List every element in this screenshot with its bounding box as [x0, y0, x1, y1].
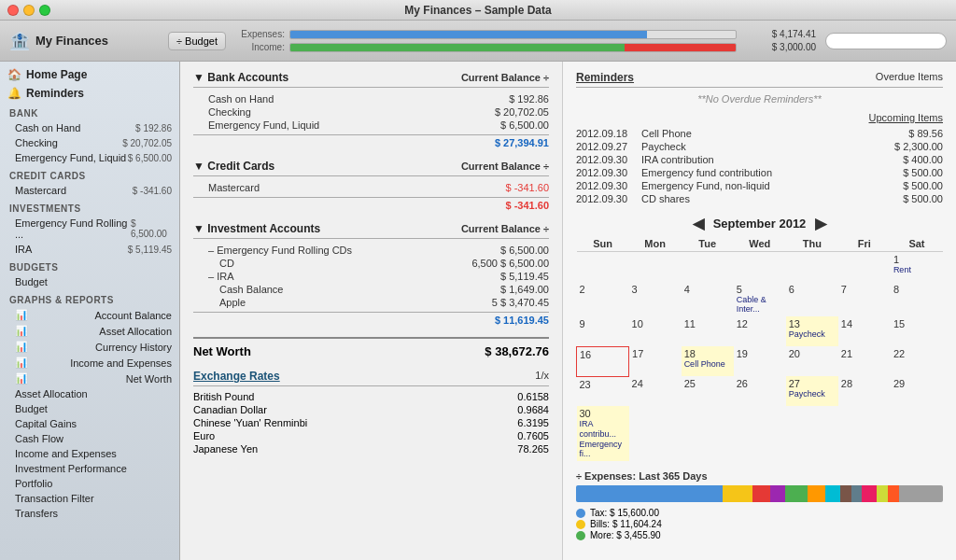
cal-day-num: 29	[893, 378, 905, 389]
credit-row-mastercard[interactable]: Mastercard $ -341.60	[193, 181, 549, 194]
inv-row-3[interactable]: Cash Balance $ 1,649.00	[193, 283, 549, 296]
cal-day-num: 25	[684, 378, 696, 389]
sidebar-item-cash[interactable]: Cash on Hand $ 192.86	[0, 120, 179, 135]
ira-amount: $ 5,119.45	[128, 245, 172, 255]
cal-cell-2-1[interactable]: 10	[629, 316, 682, 346]
bank-row-emergency[interactable]: Emergency Fund, Liquid $ 6,500.00	[193, 119, 549, 132]
left-panel: ▼ Bank Accounts Current Balance ÷ Cash o…	[180, 62, 563, 560]
sidebar-item-portfolio[interactable]: Portfolio	[0, 476, 179, 491]
cal-cell-1-6[interactable]: 8	[891, 282, 943, 317]
sidebar-item-income-exp-report[interactable]: Income and Expenses	[0, 446, 179, 461]
sidebar-item-currency-history[interactable]: 📊 Currency History	[0, 339, 179, 355]
cal-cell-4-0[interactable]: 23	[577, 376, 629, 406]
mc-bal: $ -341.60	[474, 182, 549, 193]
sidebar-item-transfers[interactable]: Transfers	[0, 506, 179, 521]
cal-cell-4-2[interactable]: 25	[682, 376, 734, 406]
bank-row-checking[interactable]: Checking $ 20,702.05	[193, 105, 549, 119]
titlebar: My Finances – Sample Data	[0, 0, 956, 21]
cal-cell-2-0[interactable]: 9	[577, 316, 629, 346]
exchange-row-4[interactable]: Japanese Yen 78.265	[193, 442, 549, 455]
bank-row-cash[interactable]: Cash on Hand $ 192.86	[193, 92, 549, 105]
cal-cell-5-0[interactable]: 30IRA contribu...Emergency fi...	[577, 406, 629, 461]
sidebar-item-home[interactable]: 🏠 Home Page	[0, 65, 179, 84]
cal-cell-0-6[interactable]: 1Rent	[891, 252, 943, 282]
cal-cell-1-3[interactable]: 5Cable & Inter...	[734, 282, 786, 317]
budget-button[interactable]: ÷ Budget	[168, 32, 226, 50]
sidebar-item-asset-alloc[interactable]: 📊 Asset Allocation	[0, 323, 179, 339]
asset-alloc-icon: 📊	[15, 325, 28, 337]
sidebar-item-mastercard[interactable]: Mastercard $ -341.60	[0, 183, 179, 198]
cal-cell-3-4[interactable]: 20	[786, 346, 838, 376]
cal-cell-1-5[interactable]: 7	[838, 282, 891, 317]
sidebar-item-capital-gains[interactable]: Capital Gains	[0, 416, 179, 431]
cal-cell-4-3[interactable]: 26	[734, 376, 786, 406]
sidebar-item-cash-flow[interactable]: Cash Flow	[0, 431, 179, 446]
close-button[interactable]	[7, 5, 19, 16]
cal-cell-2-6[interactable]: 15	[891, 316, 943, 346]
cal-cell-4-5[interactable]: 28	[838, 376, 891, 406]
cal-cell-3-2[interactable]: 18Cell Phone	[682, 346, 734, 376]
sidebar-item-reminders[interactable]: 🔔 Reminders	[0, 84, 179, 103]
budget-bars: Expenses: $ 4,174.41 Income: $ 3,000.00	[233, 29, 816, 52]
cal-cell-1-4[interactable]: 6	[786, 282, 838, 317]
cal-cell-1-1[interactable]: 3	[629, 282, 682, 317]
sidebar-item-transaction-filter[interactable]: Transaction Filter	[0, 491, 179, 506]
cal-cell-5-1	[629, 406, 682, 461]
cash-flow-label: Cash Flow	[15, 433, 63, 444]
app-icon: 🏦	[9, 31, 30, 51]
credit-col-header: Current Balance ÷	[461, 161, 549, 172]
sidebar-item-account-balance[interactable]: 📊 Account Balance	[0, 307, 179, 323]
cal-cell-1-0[interactable]: 2	[577, 282, 629, 317]
sidebar-item-budget[interactable]: Budget	[0, 274, 179, 289]
inv-row-0[interactable]: – Emergency Fund Rolling CDs $ 6,500.00	[193, 244, 549, 257]
cal-cell-4-1[interactable]: 24	[629, 376, 682, 406]
sidebar-item-checking[interactable]: Checking $ 20,702.05	[0, 135, 179, 150]
sidebar-item-investment-perf[interactable]: Investment Performance	[0, 461, 179, 476]
cal-day-header-wed: Wed	[734, 236, 786, 252]
inv-row-2[interactable]: – IRA $ 5,119.45	[193, 270, 549, 283]
calendar-table: SunMonTueWedThuFriSat 1Rent2345Cable & I…	[576, 236, 943, 461]
inv-name-1: CD	[219, 258, 234, 269]
cal-cell-3-5[interactable]: 21	[838, 346, 891, 376]
cal-cell-1-2[interactable]: 4	[682, 282, 734, 317]
reminder-name-4: Emergency Fund, non-liquid	[641, 180, 878, 191]
cal-cell-4-4[interactable]: 27Paycheck	[786, 376, 838, 406]
cal-cell-3-3[interactable]: 19	[734, 346, 786, 376]
cal-cell-2-5[interactable]: 14	[838, 316, 891, 346]
cal-cell-3-6[interactable]: 22	[891, 346, 943, 376]
exchange-row-0[interactable]: British Pound 0.6158	[193, 390, 549, 403]
exchange-row-3[interactable]: Euro 0.7605	[193, 429, 549, 442]
cal-event: Paycheck	[789, 389, 836, 399]
sidebar-item-net-worth[interactable]: 📊 Net Worth	[0, 371, 179, 386]
exchange-row-2[interactable]: Chinese 'Yuan' Renminbi 6.3195	[193, 416, 549, 429]
cal-cell-2-2[interactable]: 11	[682, 316, 734, 346]
right-panel: Reminders Overdue Items **No Overdue Rem…	[563, 62, 956, 560]
sidebar-item-emergency-liquid[interactable]: Emergency Fund, Liquid $ 6,500.00	[0, 150, 179, 165]
cal-prev-button[interactable]: ◀	[693, 215, 704, 232]
cal-cell-3-0[interactable]: 16	[577, 346, 629, 376]
cal-cell-3-1[interactable]: 17	[629, 346, 682, 376]
cal-cell-2-4[interactable]: 13Paycheck	[786, 316, 838, 346]
sidebar-item-income-expenses[interactable]: 📊 Income and Expenses	[0, 355, 179, 371]
exchange-row-1[interactable]: Canadian Dollar 0.9684	[193, 403, 549, 416]
reminder-date-3: 2012.09.30	[576, 167, 641, 178]
sidebar-item-budget-report[interactable]: Budget	[0, 401, 179, 416]
cal-event: Rent	[893, 265, 940, 275]
cal-cell-4-6[interactable]: 29	[891, 376, 943, 406]
inv-row-1[interactable]: CD 6,500 $ 6,500.00	[193, 257, 549, 270]
cal-cell-2-3[interactable]: 12	[734, 316, 786, 346]
cal-next-button[interactable]: ▶	[815, 215, 826, 232]
investment-perf-label: Investment Performance	[15, 463, 127, 474]
exp-legend-item-2: More: $ 3,455.90	[576, 530, 943, 540]
currency-3: Euro	[193, 430, 215, 441]
sidebar-item-ira[interactable]: IRA $ 5,119.45	[0, 242, 179, 257]
emergency-liquid-amount: $ 6,500.00	[128, 153, 172, 163]
sidebar-item-emergency-rolling[interactable]: Emergency Fund Rolling ... $ 6,500.00	[0, 216, 179, 242]
cal-day-num: 13	[789, 318, 800, 329]
inv-row-4[interactable]: Apple 5 $ 3,470.45	[193, 296, 549, 309]
sidebar-item-asset-alloc-report[interactable]: Asset Allocation	[0, 386, 179, 401]
maximize-button[interactable]	[39, 5, 50, 16]
minimize-button[interactable]	[23, 5, 35, 16]
exp-segment-9	[862, 485, 877, 502]
search-input[interactable]	[825, 33, 947, 49]
